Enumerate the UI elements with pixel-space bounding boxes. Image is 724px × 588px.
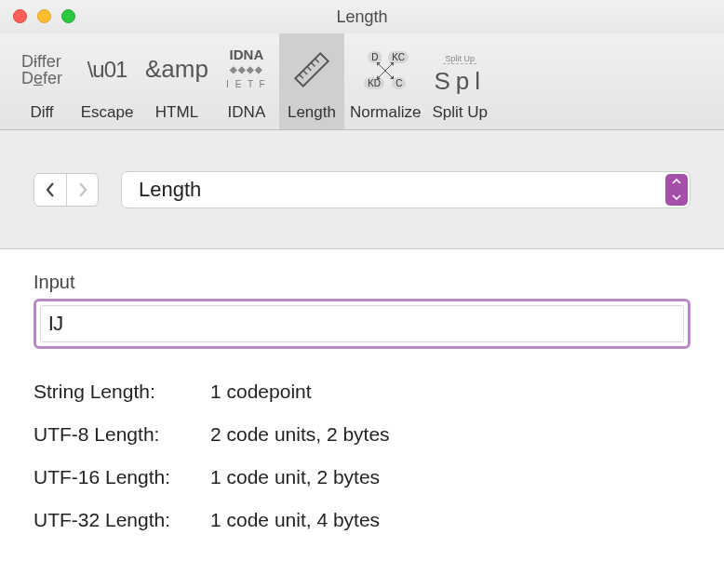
dropdown-value: Length [139, 178, 201, 202]
idna-mid: ◆◆◆◆ [226, 62, 267, 77]
chevron-up-icon [665, 174, 688, 190]
close-icon[interactable] [13, 9, 27, 23]
result-label: String Length: [34, 381, 210, 403]
svg-line-2 [303, 70, 307, 74]
splitup-top: Split Up [443, 54, 476, 64]
forward-button[interactable] [66, 174, 98, 206]
tab-label: HTML [155, 103, 198, 122]
ruler-icon [288, 39, 335, 100]
tab-label: Normalize [350, 103, 422, 122]
tab-html[interactable]: &amp HTML [140, 33, 214, 129]
splitup-icon: Split Up Spl [434, 39, 486, 100]
badge: C [392, 77, 406, 89]
splitup-main: Spl [434, 67, 486, 95]
tab-escape[interactable]: \u01 Escape [74, 33, 140, 129]
titlebar: Length [0, 0, 724, 33]
input-field[interactable] [40, 305, 684, 342]
section-dropdown[interactable]: Length [121, 171, 690, 208]
idna-bot: I E T F [226, 77, 267, 92]
idna-icon: IDNA ◆◆◆◆ I E T F [226, 39, 267, 100]
content: Input String Length: 1 codepoint UTF-8 L… [0, 249, 724, 588]
back-button[interactable] [34, 174, 66, 206]
tab-label: Escape [81, 103, 134, 122]
dropdown-stepper[interactable] [665, 174, 688, 206]
result-value: 1 codepoint [210, 381, 690, 403]
result-value: 2 code units, 2 bytes [210, 423, 690, 446]
svg-line-4 [311, 62, 315, 66]
svg-line-5 [315, 58, 318, 61]
results-grid: String Length: 1 codepoint UTF-8 Length:… [34, 381, 690, 531]
tab-length[interactable]: Length [279, 33, 344, 129]
result-value: 1 code unit, 4 bytes [210, 509, 690, 531]
svg-rect-0 [295, 53, 328, 86]
toolbar: DifferDefer Diff \u01 Escape &amp HTML I… [0, 33, 724, 130]
svg-line-1 [299, 74, 302, 77]
svg-line-3 [307, 66, 311, 70]
tab-label: Split Up [432, 103, 488, 122]
result-value: 1 code unit, 2 bytes [210, 466, 690, 488]
result-label: UTF-32 Length: [34, 509, 210, 531]
zoom-icon[interactable] [61, 9, 75, 23]
html-icon: &amp [145, 39, 208, 100]
subtoolbar: Length [0, 130, 724, 249]
tab-splitup[interactable]: Split Up Spl Split Up [426, 33, 493, 129]
window-title: Length [0, 0, 724, 33]
tab-normalize[interactable]: D KC KD C Normalize [344, 33, 427, 129]
escape-icon: \u01 [87, 39, 127, 100]
tab-idna[interactable]: IDNA ◆◆◆◆ I E T F IDNA [214, 33, 279, 129]
traffic-lights [13, 9, 75, 23]
chevron-down-icon [665, 190, 688, 206]
input-label: Input [34, 272, 690, 293]
idna-top: IDNA [226, 47, 267, 62]
tab-label: Diff [30, 103, 53, 122]
tab-diff[interactable]: DifferDefer Diff [9, 33, 74, 129]
diff-icon: DifferDefer [21, 39, 62, 100]
tab-label: Length [288, 103, 336, 122]
minimize-icon[interactable] [37, 9, 51, 23]
input-focus-ring [34, 299, 690, 349]
nav-segment [34, 173, 99, 207]
tab-label: IDNA [228, 103, 266, 122]
result-label: UTF-8 Length: [34, 423, 210, 446]
normalize-icon: D KC KD C [362, 39, 409, 100]
result-label: UTF-16 Length: [34, 466, 210, 488]
